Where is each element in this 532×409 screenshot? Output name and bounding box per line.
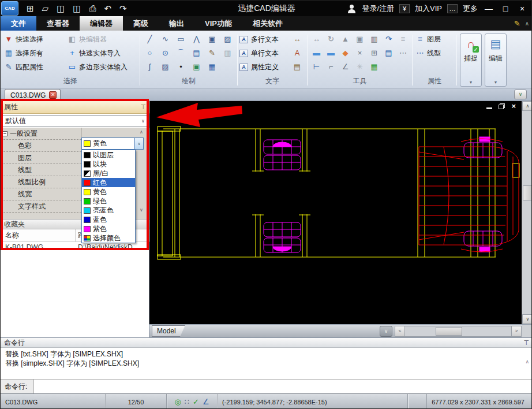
blocks-icon[interactable]: ▥ — [223, 49, 233, 58]
open-folder-icon[interactable]: ▱ — [42, 4, 49, 13]
angle-tool-icon[interactable]: ∠ — [203, 398, 209, 406]
layers-icon[interactable]: ≡ — [415, 35, 425, 44]
menu-tab-高级[interactable]: 高级 — [123, 16, 159, 31]
rect-icon[interactable]: ▭ — [177, 35, 186, 44]
collapse-minus-icon[interactable] — [2, 131, 8, 136]
tree-scroll-up-icon[interactable]: ∧ — [140, 129, 143, 135]
ribbon-item-match-properties[interactable]: ✎匹配属性 — [3, 62, 66, 72]
ribbon-item-stext[interactable]: 单行文本 — [251, 49, 293, 58]
print-icon[interactable]: ⎙ — [89, 4, 96, 13]
arc-icon[interactable]: ⌒ — [177, 49, 186, 58]
menu-tab-文件[interactable]: 文件 — [1, 16, 36, 31]
select-all-icon[interactable]: ▦ — [4, 49, 13, 58]
layout-dropdown-button[interactable]: ∨ — [380, 326, 392, 337]
table-icon[interactable]: ▦ — [208, 62, 217, 72]
scroll-up-icon[interactable]: ∧ — [522, 101, 532, 111]
pin-icon[interactable]: ⊤ — [523, 339, 529, 347]
color-option-选择颜色[interactable]: 选择颜色 — [82, 233, 135, 243]
align-icon[interactable]: ≡ — [399, 35, 408, 44]
point-icon[interactable]: • — [177, 62, 186, 72]
chevron-down-icon[interactable]: ∨ — [135, 137, 144, 150]
plus-icon[interactable]: + — [68, 49, 77, 58]
chamfer-icon[interactable]: ∠ — [341, 62, 350, 72]
ribbon-item-polygon-entity-input[interactable]: ▭多边形实体输入 — [66, 62, 138, 72]
close-button[interactable]: × — [516, 4, 528, 13]
layer-new-icon[interactable]: ▦ — [370, 62, 379, 72]
color-option-以块[interactable]: 以块 — [82, 159, 135, 169]
line-icon[interactable]: ╱ — [145, 35, 155, 44]
color-option-黑/白[interactable]: 黑/白 — [82, 169, 135, 178]
color-combobox-field[interactable]: 黄色 — [81, 137, 135, 150]
color-option-黄色[interactable]: 黄色 — [82, 187, 135, 196]
image-icon[interactable]: ▣ — [192, 62, 201, 72]
vertical-scroll-thumb[interactable] — [523, 185, 532, 200]
chevron-down-icon[interactable]: ∨ — [138, 116, 148, 126]
tree-row-线型比例[interactable]: 线型比例 — [1, 176, 81, 188]
tree-group-general-settings[interactable]: 一般设置 — [1, 128, 81, 140]
grid-toggle-icon[interactable]: ∷ — [185, 398, 189, 406]
vertical-scrollbar[interactable]: ∧ ∨ — [522, 101, 532, 324]
tree-row-文字样式[interactable]: 文字样式 — [1, 200, 81, 213]
big-button-edit-doc[interactable]: ▤编辑▼ — [485, 34, 507, 87]
undo-icon[interactable]: ↶ — [104, 4, 112, 13]
tree-row-色彩[interactable]: 色彩 — [1, 140, 81, 152]
close-document-icon[interactable]: ✕ — [49, 91, 57, 99]
maximize-button[interactable]: □ — [500, 4, 511, 13]
brush-icon[interactable]: ✎ — [4, 62, 13, 72]
join-vip-button[interactable]: 加入VIP — [415, 3, 442, 14]
mdi-minimize-icon[interactable] — [486, 107, 492, 109]
spline-icon[interactable]: ∫ — [145, 62, 155, 72]
polygon-icon[interactable]: ▭ — [68, 62, 77, 72]
rotate-copy-icon[interactable]: ↷ — [384, 35, 394, 44]
ribbon-item-linetype[interactable]: ⋯线型 — [414, 49, 455, 58]
funnel-icon[interactable]: ▼ — [4, 35, 13, 44]
mirror-icon[interactable]: ▲ — [341, 35, 350, 44]
save-pdf-icon[interactable]: ◫ — [73, 4, 81, 13]
tree-scroll-down-icon[interactable]: ∨ — [140, 207, 143, 213]
command-history[interactable]: 替换 [txt.SHX] 字体为 [SIMPLEX.SHX]替换 [simple… — [1, 348, 532, 379]
menu-tab-编辑器[interactable]: 编辑器 — [80, 16, 123, 31]
circle-icon[interactable]: ○ — [145, 49, 155, 58]
big-button-magnet[interactable]: ∩✓捕捉▼ — [460, 34, 482, 87]
measure-icon[interactable]: ⊢ — [312, 62, 321, 72]
rotate-icon[interactable]: ↻ — [327, 35, 336, 44]
color-option-绿色[interactable]: 绿色 — [82, 196, 135, 206]
color-option-亮蓝色[interactable]: 亮蓝色 — [82, 206, 135, 215]
snap-toggle-icon[interactable]: ◎ — [174, 398, 181, 406]
menu-tab-VIP功能[interactable]: VIP功能 — [194, 16, 242, 31]
tray2-icon[interactable]: ▬ — [327, 49, 336, 58]
horizontal-scroll-thumb[interactable] — [436, 327, 462, 336]
save-icon[interactable]: ◫ — [57, 4, 65, 13]
aedit-icon[interactable]: A — [293, 49, 302, 58]
paste-icon[interactable]: ▤ — [384, 49, 394, 58]
document-tab[interactable]: C013.DWG ✕ — [5, 89, 61, 101]
name-column-header[interactable]: 名称 — [1, 229, 76, 241]
minimize-button[interactable]: — — [483, 4, 494, 13]
tree-row-线宽[interactable]: 线宽 — [1, 188, 81, 200]
cad-logo-icon[interactable]: CAD — [1, 1, 18, 16]
ruler-icon[interactable]: ↔ — [293, 35, 302, 44]
ribbon-item-layers[interactable]: ≡图层 — [414, 35, 455, 44]
tree-row-图层[interactable]: 图层 — [1, 152, 81, 164]
linetype-icon[interactable]: ⋯ — [415, 49, 425, 58]
array-icon[interactable]: ⊞ — [370, 49, 379, 58]
hatch-icon[interactable]: ▨ — [161, 62, 170, 72]
copy-icon[interactable]: ▣ — [208, 35, 217, 44]
scroll-left-icon[interactable]: < — [395, 326, 405, 336]
color-option-蓝色[interactable]: 蓝色 — [82, 215, 135, 224]
explode-icon[interactable]: ✳ — [355, 62, 365, 72]
mdi-restore-icon[interactable] — [499, 103, 505, 109]
chevron-down-icon[interactable]: ▼ — [469, 80, 473, 86]
menu-tab-输出[interactable]: 输出 — [159, 16, 194, 31]
ribbon-item-quick-select[interactable]: ▼快速选择 — [3, 35, 66, 44]
stext-icon[interactable]: A — [239, 50, 248, 57]
tray-icon[interactable]: ▬ — [312, 49, 321, 58]
eraser-icon[interactable]: ◆ — [341, 49, 350, 58]
ribbon-item-mtext[interactable]: 多行文本 — [251, 35, 293, 44]
menu-tab-查看器[interactable]: 查看器 — [36, 16, 80, 31]
offset-icon[interactable]: ▣ — [355, 35, 365, 44]
region-icon[interactable]: ▨ — [223, 35, 233, 44]
tree-row-线型[interactable]: 线型 — [1, 164, 81, 176]
pin-icon[interactable]: ⊤ — [140, 103, 146, 111]
chevron-down-icon[interactable]: ▼ — [494, 80, 498, 86]
